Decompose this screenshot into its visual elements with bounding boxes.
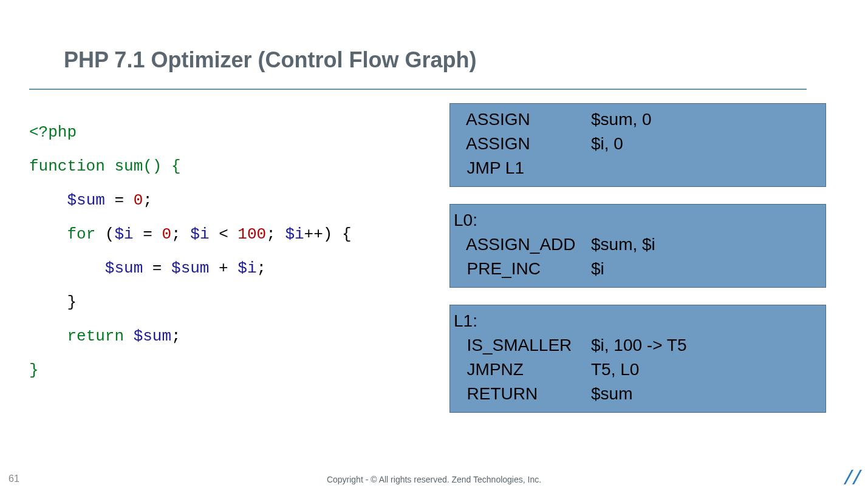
opcode: ASSIGN	[457, 107, 591, 132]
svg-marker-0	[844, 470, 853, 484]
code-token: $sum	[105, 259, 143, 277]
code-token: <?php	[29, 123, 77, 141]
code-token: $i	[285, 225, 304, 243]
code-token: ;	[171, 327, 181, 345]
code-line: $sum = $sum + $i;	[29, 251, 352, 285]
code-token: }	[67, 293, 77, 311]
code-token: ;	[257, 259, 267, 277]
opcode-blocks: ASSIGN$sum, 0 ASSIGN$i, 0 JMP L1 L0: ASS…	[449, 103, 826, 430]
opcode-row: RETURN$sum	[457, 382, 686, 406]
code-line: <?php	[29, 115, 352, 149]
opcode-label: L0:	[454, 208, 818, 232]
opcode-arg: $i	[591, 257, 655, 281]
code-token: $sum	[171, 259, 209, 277]
code-token: $i	[114, 225, 133, 243]
code-token: ;	[266, 225, 285, 243]
opcode-block-1: L0: ASSIGN_ADD$sum, $i PRE_INC$i	[449, 204, 826, 288]
opcode: IS_SMALLER	[457, 333, 591, 358]
opcode-block-0: ASSIGN$sum, 0 ASSIGN$i, 0 JMP L1	[449, 103, 826, 187]
code-token: 100	[238, 225, 266, 243]
code-line: return $sum;	[29, 319, 352, 353]
opcode-row: ASSIGN$i, 0	[457, 132, 652, 156]
code-token: ;	[143, 191, 152, 209]
code-token: }	[29, 361, 39, 379]
code-token: <	[210, 225, 238, 243]
opcode-label: L1:	[454, 309, 818, 333]
code-token: function	[29, 157, 105, 175]
code-token	[124, 327, 134, 345]
code-token: 0	[162, 225, 171, 243]
opcode-row: JMPNZT5, L0	[457, 358, 686, 382]
code-token: $i	[190, 225, 209, 243]
code-line: $sum = 0;	[29, 183, 352, 217]
opcode-arg: $i, 100 -> T5	[591, 333, 686, 358]
code-token: 0	[134, 191, 143, 209]
code-token: =	[105, 191, 134, 209]
opcode-arg	[591, 156, 652, 180]
page-number: 61	[9, 473, 19, 484]
opcode-arg: $sum	[591, 382, 686, 406]
opcode-row: JMP L1	[457, 156, 652, 180]
opcode: JMP L1	[457, 156, 591, 180]
opcode: ASSIGN	[457, 132, 591, 156]
code-token: return	[67, 327, 124, 345]
code-token: $i	[238, 259, 256, 277]
opcode-block-2: L1: IS_SMALLER$i, 100 -> T5 JMPNZT5, L0 …	[449, 305, 826, 413]
slide: PHP 7.1 Optimizer (Control Flow Graph) <…	[0, 0, 868, 488]
opcode-arg: $sum, 0	[591, 107, 652, 132]
opcode: ASSIGN_ADD	[457, 232, 591, 257]
opcode-row: IS_SMALLER$i, 100 -> T5	[457, 333, 686, 358]
code-line: }	[29, 353, 352, 387]
zend-logo-icon	[844, 470, 862, 486]
code-line: for ($i = 0; $i < 100; $i++) {	[29, 217, 352, 251]
code-token: =	[143, 259, 171, 277]
opcode: PRE_INC	[457, 257, 591, 281]
code-line: }	[29, 285, 352, 319]
opcode-arg: $i, 0	[591, 132, 652, 156]
code-token: for	[67, 225, 95, 243]
code-token: ++) {	[304, 225, 352, 243]
footer-copyright: Copyright - © All rights reserved. Zend …	[0, 475, 868, 484]
slide-title: PHP 7.1 Optimizer (Control Flow Graph)	[64, 47, 476, 73]
code-token: sum() {	[105, 157, 181, 175]
code-token: =	[134, 225, 162, 243]
opcode-arg: T5, L0	[591, 358, 686, 382]
code-token: (	[95, 225, 114, 243]
opcode: RETURN	[457, 382, 591, 406]
code-token: ;	[171, 225, 190, 243]
svg-marker-1	[852, 470, 862, 484]
code-token: +	[209, 259, 238, 277]
code-token: $sum	[67, 191, 104, 209]
opcode-row: PRE_INC$i	[457, 257, 655, 281]
code-token: $sum	[134, 327, 171, 345]
horizontal-rule	[29, 89, 807, 90]
code-line: function sum() {	[29, 149, 352, 183]
opcode-arg: $sum, $i	[591, 232, 655, 257]
opcode-row: ASSIGN$sum, 0	[457, 107, 652, 132]
php-code-block: <?php function sum() { $sum = 0; for ($i…	[29, 115, 352, 387]
opcode-row: ASSIGN_ADD$sum, $i	[457, 232, 655, 257]
opcode: JMPNZ	[457, 358, 591, 382]
